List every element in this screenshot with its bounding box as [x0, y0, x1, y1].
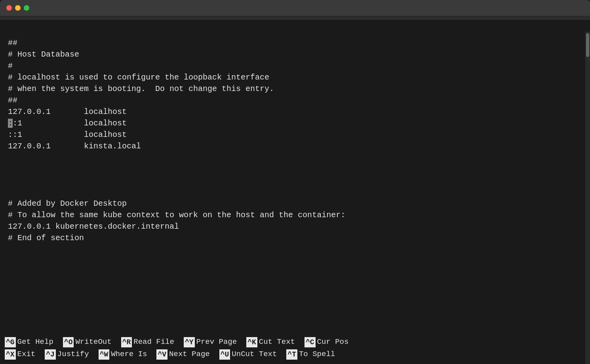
editor-line-7: 127.0.0.1 localhost: [8, 106, 582, 118]
close-button[interactable]: [6, 5, 12, 11]
editor-line-11: [8, 152, 582, 163]
scrollbar-thumb[interactable]: [586, 33, 589, 57]
footer-key: ^T: [286, 349, 297, 360]
footer-item-writeout[interactable]: ^OWriteOut: [63, 337, 112, 348]
editor-content[interactable]: ### Host Database## localhost is used to…: [0, 19, 590, 333]
editor-line-0: [8, 26, 582, 37]
footer-label: Where Is: [111, 349, 147, 360]
editor-line-10: 127.0.0.1 kinsta.local: [8, 140, 582, 152]
footer-label: Prev Page: [196, 337, 237, 348]
editor-line-16: # To allow the same kube context to work…: [8, 209, 582, 221]
window-controls: [6, 5, 29, 11]
footer-label: Cur Pos: [317, 337, 349, 348]
editor-line-12: [8, 163, 582, 175]
footer-key: ^X: [5, 349, 16, 360]
footer-label: Cut Text: [259, 337, 295, 348]
footer-key: ^Y: [184, 337, 195, 347]
footer-key: ^R: [121, 337, 132, 347]
footer-item-justify[interactable]: ^JJustify: [45, 349, 89, 360]
editor-line-9: ::1 localhost: [8, 129, 582, 140]
editor-line-4: # localhost is used to configure the loo…: [8, 72, 582, 83]
footer-item-cut-text[interactable]: ^KCut Text: [246, 337, 295, 348]
footer-key: ^O: [63, 337, 74, 347]
editor-line-14: [8, 186, 582, 198]
editor-line-5: # when the system is booting. Do not cha…: [8, 83, 582, 95]
footer-key: ^K: [246, 337, 257, 347]
editor-line-17: 127.0.0.1 kubernetes.docker.internal: [8, 221, 582, 232]
editor-line-8: ::1 localhost: [8, 118, 582, 129]
footer-bar: ^GGet Help^OWriteOut^RRead File^YPrev Pa…: [0, 333, 590, 364]
editor-line-6: ##: [8, 95, 582, 106]
footer-item-uncut-text[interactable]: ^UUnCut Text: [219, 349, 277, 360]
editor-line-2: # Host Database: [8, 49, 582, 60]
editor-line-18: # End of section: [8, 232, 582, 244]
footer-item-to-spell[interactable]: ^TTo Spell: [286, 349, 335, 360]
footer-key: ^W: [99, 349, 110, 360]
footer-label: Justify: [57, 349, 89, 360]
footer-item-cur-pos[interactable]: ^CCur Pos: [305, 337, 348, 348]
footer-item-where-is[interactable]: ^WWhere Is: [99, 349, 147, 360]
footer-item-read-file[interactable]: ^RRead File: [121, 337, 174, 348]
footer-row-2: ^XExit^JJustify^WWhere Is^VNext Page^UUn…: [0, 348, 590, 361]
footer-label: To Spell: [299, 349, 335, 360]
editor-line-1: ##: [8, 37, 582, 49]
editor-line-13: [8, 175, 582, 186]
editor-line-3: #: [8, 60, 582, 72]
footer-item-exit[interactable]: ^XExit: [5, 349, 35, 360]
footer-key: ^G: [5, 337, 16, 347]
window-chrome: [0, 0, 590, 16]
footer-row-1: ^GGet Help^OWriteOut^RRead File^YPrev Pa…: [0, 336, 590, 349]
footer-label: UnCut Text: [232, 349, 277, 360]
footer-item-next-page[interactable]: ^VNext Page: [156, 349, 209, 360]
footer-key: ^V: [156, 349, 167, 360]
editor-line-15: # Added by Docker Desktop: [8, 198, 582, 209]
footer-item-get-help[interactable]: ^GGet Help: [5, 337, 53, 348]
terminal-wrapper: ### Host Database## localhost is used to…: [0, 16, 590, 364]
footer-label: Read File: [133, 337, 174, 348]
footer-label: WriteOut: [75, 337, 111, 348]
maximize-button[interactable]: [24, 5, 29, 11]
footer-item-prev-page[interactable]: ^YPrev Page: [184, 337, 237, 348]
scrollbar[interactable]: [585, 32, 590, 364]
footer-key: ^C: [305, 337, 316, 347]
footer-label: Exit: [17, 349, 36, 360]
terminal[interactable]: ### Host Database## localhost is used to…: [0, 16, 590, 364]
footer-label: Get Help: [17, 337, 53, 348]
footer-label: Next Page: [169, 349, 210, 360]
status-bar: [0, 16, 590, 19]
footer-key: ^J: [45, 349, 56, 360]
minimize-button[interactable]: [15, 5, 21, 11]
footer-key: ^U: [219, 349, 230, 360]
